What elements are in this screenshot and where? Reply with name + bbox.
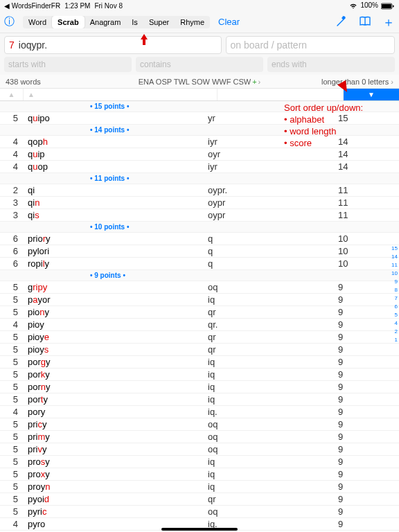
table-row[interactable]: 5privyoq9	[0, 443, 399, 456]
tab-anagram[interactable]: Anagram	[85, 16, 127, 28]
starts-with-input[interactable]: starts with	[4, 57, 132, 72]
table-row[interactable]: 4qophiyr14	[0, 136, 399, 148]
table-row[interactable]: 5payoriq9	[0, 294, 399, 306]
table-row[interactable]: 3qisoypr11	[0, 209, 399, 222]
table-row[interactable]: 5pornyiq9	[0, 381, 399, 393]
table-row[interactable]: 6pyloriq10	[0, 245, 399, 258]
tab-rhyme[interactable]: Rhyme	[175, 16, 210, 28]
table-row[interactable]: 4quopiyr14	[0, 161, 399, 173]
battery-pct: 100%	[360, 1, 378, 9]
dict-selector[interactable]: ENA OSP TWL SOW WWF CSW +›	[139, 78, 260, 86]
battery-icon	[381, 1, 395, 9]
section-header: • 9 points •	[0, 270, 399, 281]
section-header: • 15 points •	[0, 101, 399, 112]
sort-col-remain[interactable]	[218, 89, 344, 100]
table-row[interactable]: 5porkyiq9	[0, 369, 399, 381]
section-header: • 14 points •	[0, 125, 399, 136]
info-icon[interactable]: ⓘ	[4, 15, 15, 28]
sort-col-word[interactable]: ▲	[24, 89, 218, 100]
settings-icon[interactable]	[335, 14, 348, 30]
letters-input[interactable]: 7 ioqypr.	[4, 36, 222, 54]
ends-with-input[interactable]: ends with	[267, 57, 395, 72]
table-row[interactable]: 5quipoyr15	[0, 112, 399, 125]
table-row[interactable]: 5porgyiq9	[0, 356, 399, 369]
table-row[interactable]: 5pioysqr9	[0, 344, 399, 356]
table-row[interactable]: 5pioyeqr9	[0, 331, 399, 344]
annotation-pointer-top	[140, 33, 148, 45]
contains-input[interactable]: contains	[136, 57, 263, 72]
table-row[interactable]: 2qioypr.11	[0, 184, 399, 197]
table-row[interactable]: 5gripyoq9	[0, 281, 399, 294]
table-row[interactable]: 5pyoidqr9	[0, 493, 399, 506]
table-row[interactable]: 5prosyiq9	[0, 456, 399, 468]
pattern-input[interactable]: on board / pattern	[226, 36, 395, 54]
table-row[interactable]: 5pionyqr9	[0, 306, 399, 319]
table-row[interactable]: 5portyiq9	[0, 393, 399, 406]
book-icon[interactable]	[359, 14, 371, 30]
table-row[interactable]: 5pyricoq9	[0, 506, 399, 518]
svg-rect-1	[382, 4, 391, 8]
wifi-icon	[349, 1, 357, 9]
status-time: 1:23 PM	[64, 2, 90, 10]
section-header: • 10 points •	[0, 222, 399, 233]
tab-scrab[interactable]: Scrab	[52, 16, 85, 28]
letter-count: 7	[9, 39, 15, 51]
status-date: Fri Nov 8	[94, 2, 123, 10]
length-filter[interactable]: longer than 0 letters ›	[321, 78, 393, 86]
sort-col-length[interactable]: ▲	[0, 89, 24, 100]
back-app[interactable]: ◀ WordsFinderFR	[4, 2, 60, 10]
word-count: 438 words	[6, 78, 41, 86]
add-icon[interactable]: ＋	[382, 14, 395, 30]
table-row[interactable]: 6ropilyq10	[0, 258, 399, 270]
clear-button[interactable]: Clear	[218, 17, 240, 27]
table-row[interactable]: 4pioyqr.9	[0, 319, 399, 331]
tab-word[interactable]: Word	[23, 16, 52, 28]
home-indicator[interactable]	[161, 528, 238, 531]
score-index[interactable]: 1514111098765421	[391, 245, 398, 343]
table-row[interactable]: 4quipoyr14	[0, 148, 399, 161]
table-row[interactable]: 5primyoq9	[0, 431, 399, 443]
sort-col-score[interactable]: ▼	[344, 89, 399, 100]
mode-tabs: Word Scrab Anagram Is Super Rhyme	[23, 16, 210, 28]
table-row[interactable]: 5proxyiq9	[0, 468, 399, 481]
results-list: • 15 points •5quipoyr15• 14 points •4qop…	[0, 101, 399, 532]
tab-super[interactable]: Super	[143, 16, 175, 28]
table-row[interactable]: 5pricyoq9	[0, 418, 399, 431]
section-header: • 11 points •	[0, 173, 399, 184]
table-row[interactable]: 3qinoypr11	[0, 197, 399, 209]
tab-is[interactable]: Is	[126, 16, 143, 28]
svg-rect-2	[393, 5, 394, 7]
table-row[interactable]: 4poryiq.9	[0, 406, 399, 418]
table-row[interactable]: 6prioryq10	[0, 233, 399, 245]
table-row[interactable]: 5proyniq9	[0, 481, 399, 493]
